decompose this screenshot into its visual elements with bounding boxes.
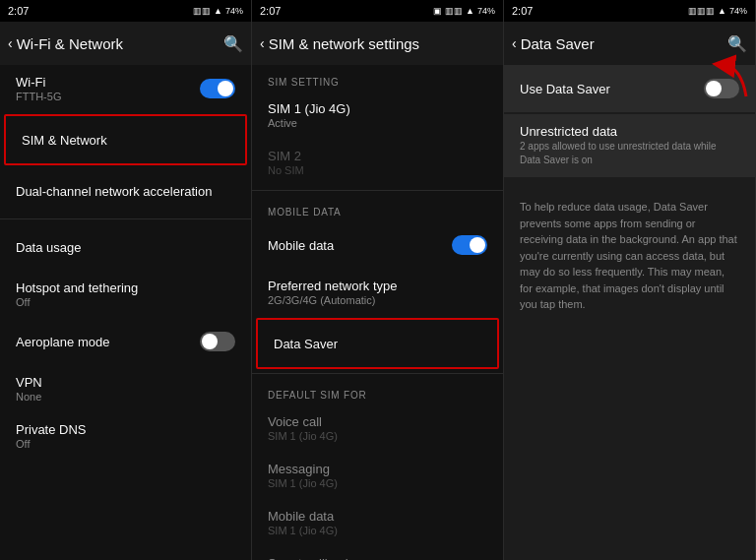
sim-network-highlight: SIM & Network — [4, 114, 247, 165]
back-button-3[interactable]: ‹ — [512, 35, 517, 51]
data-saver-description: To help reduce data usage, Data Saver pr… — [504, 193, 755, 317]
panel-content-3: Use Data Saver Unrestricted data 2 apps … — [504, 65, 755, 560]
status-bar-1: 2:07 ▥▥ ▲ 74% — [0, 0, 251, 22]
private-dns-title: Private DNS — [16, 422, 235, 437]
settings-item-mobile-data[interactable]: Mobile data — [252, 221, 503, 269]
header-title-2: SIM & network settings — [269, 35, 495, 52]
settings-item-aeroplane[interactable]: Aeroplane mode — [0, 318, 251, 365]
dual-channel-title: Dual-channel network acceleration — [16, 184, 235, 199]
settings-item-sim-network[interactable]: SIM & Network — [6, 116, 245, 163]
panel-header-3: ‹ Data Saver 🔍 — [504, 22, 755, 65]
vpn-title: VPN — [16, 375, 235, 390]
aeroplane-title: Aeroplane mode — [16, 335, 200, 349]
voice-call-title: Voice call — [268, 414, 487, 429]
back-button-2[interactable]: ‹ — [260, 35, 265, 51]
data-saver-highlight: Data Saver — [256, 318, 499, 369]
divider-3 — [252, 373, 503, 374]
back-button-1[interactable]: ‹ — [8, 35, 13, 51]
wifi-toggle[interactable] — [200, 79, 235, 98]
settings-item-voice-call[interactable]: Voice call SIM 1 (Jio 4G) — [252, 404, 503, 452]
panel-header-1: ‹ Wi-Fi & Network 🔍 — [0, 22, 251, 65]
mobile-data-sim-sub: SIM 1 (Jio 4G) — [268, 525, 487, 536]
sim2-title: SIM 2 — [268, 149, 487, 163]
wifi-title: Wi-Fi — [16, 75, 200, 90]
unrestricted-data-sub: 2 apps allowed to use unrestricted data … — [520, 140, 739, 167]
preferred-network-sub: 2G/3G/4G (Automatic) — [268, 294, 487, 306]
settings-item-dual-channel[interactable]: Dual-channel network acceleration — [0, 167, 251, 215]
panel-content-2: SIM SETTING SIM 1 (Jio 4G) Active SIM 2 … — [252, 65, 503, 560]
panel-data-saver: 2:07 ▥▥▥ ▲ 74% ‹ Data Saver 🔍 Use Data S… — [504, 0, 756, 560]
settings-item-mobile-data-sim[interactable]: Mobile data SIM 1 (Jio 4G) — [252, 499, 503, 546]
settings-item-messaging[interactable]: Messaging SIM 1 (Jio 4G) — [252, 452, 503, 499]
data-saver-title: Data Saver — [274, 337, 481, 351]
status-icons-3: ▥▥▥ ▲ 74% — [688, 6, 747, 16]
settings-item-use-data-saver[interactable]: Use Data Saver — [504, 65, 755, 112]
search-button-1[interactable]: 🔍 — [223, 34, 243, 53]
settings-item-wifi[interactable]: Wi-Fi FTTH-5G — [0, 65, 251, 112]
preferred-network-title: Preferred network type — [268, 279, 487, 293]
panel-wifi-network: 2:07 ▥▥ ▲ 74% ‹ Wi-Fi & Network 🔍 Wi-Fi … — [0, 0, 252, 560]
status-time-2: 2:07 — [260, 5, 281, 17]
mobile-data-sim-title: Mobile data — [268, 509, 487, 524]
status-bar-3: 2:07 ▥▥▥ ▲ 74% — [504, 0, 755, 22]
divider-2 — [252, 190, 503, 191]
aeroplane-toggle[interactable] — [200, 332, 235, 351]
panel-content-1: Wi-Fi FTTH-5G SIM & Network Dual-channel… — [0, 65, 251, 560]
settings-item-data-usage[interactable]: Data usage — [0, 223, 251, 271]
signal-icon-2: ▥▥ — [445, 6, 463, 16]
settings-item-data-saver[interactable]: Data Saver — [258, 320, 497, 367]
sim-icon-2: ▣ — [433, 6, 442, 16]
search-button-3[interactable]: 🔍 — [727, 34, 747, 53]
battery-percent-2: 74% — [477, 6, 495, 16]
header-title-1: Wi-Fi & Network — [17, 35, 223, 52]
vpn-sub: None — [16, 391, 235, 403]
sim-network-title: SIM & Network — [22, 133, 229, 148]
settings-item-hotspot[interactable]: Hotspot and tethering Off — [0, 271, 251, 318]
signal-icon-3: ▥▥▥ — [688, 6, 715, 16]
sim2-sub: No SIM — [268, 164, 487, 176]
section-label-sim: SIM SETTING — [252, 65, 503, 92]
battery-percent-3: 74% — [729, 6, 747, 16]
wifi-sub: FTTH-5G — [16, 91, 200, 102]
status-time-3: 2:07 — [512, 5, 533, 17]
status-bar-2: 2:07 ▣ ▥▥ ▲ 74% — [252, 0, 503, 22]
divider-1 — [0, 218, 251, 219]
mobile-data-toggle[interactable] — [452, 235, 487, 255]
messaging-sub: SIM 1 (Jio 4G) — [268, 477, 487, 489]
signal-icon-1: ▥▥ — [193, 6, 211, 16]
hotspot-title: Hotspot and tethering — [16, 280, 235, 295]
settings-item-private-dns[interactable]: Private DNS Off — [0, 412, 251, 460]
status-time-1: 2:07 — [8, 5, 29, 17]
panel-header-2: ‹ SIM & network settings — [252, 22, 503, 65]
wifi-status-icon-1: ▲ — [214, 6, 222, 16]
battery-percent-1: 74% — [225, 6, 243, 16]
settings-item-preferred-network[interactable]: Preferred network type 2G/3G/4G (Automat… — [252, 269, 503, 316]
use-data-saver-title: Use Data Saver — [520, 82, 704, 96]
voice-call-sub: SIM 1 (Jio 4G) — [268, 430, 487, 442]
settings-item-vpn[interactable]: VPN None — [0, 365, 251, 412]
panel-sim-network: 2:07 ▣ ▥▥ ▲ 74% ‹ SIM & network settings… — [252, 0, 504, 560]
sim1-sub: Active — [268, 117, 487, 129]
status-icons-1: ▥▥ ▲ 74% — [193, 6, 243, 16]
data-usage-title: Data usage — [16, 240, 235, 255]
header-title-3: Data Saver — [521, 35, 727, 52]
section-label-default-sim: DEFAULT SIM FOR — [252, 378, 503, 404]
private-dns-sub: Off — [16, 438, 235, 450]
unrestricted-data-title: Unrestricted data — [520, 124, 739, 139]
settings-item-sim2[interactable]: SIM 2 No SIM — [252, 139, 503, 186]
sim1-title: SIM 1 (Jio 4G) — [268, 101, 487, 116]
hotspot-sub: Off — [16, 296, 235, 308]
wifi-status-icon-3: ▲ — [718, 6, 726, 16]
mobile-data-title: Mobile data — [268, 238, 452, 253]
settings-item-smart-callback[interactable]: Smart callback Calls will be made using … — [252, 546, 503, 560]
use-data-saver-toggle[interactable] — [704, 79, 739, 98]
messaging-title: Messaging — [268, 462, 487, 476]
settings-item-sim1[interactable]: SIM 1 (Jio 4G) Active — [252, 92, 503, 139]
section-label-mobile: MOBILE DATA — [252, 195, 503, 221]
status-icons-2: ▣ ▥▥ ▲ 74% — [433, 6, 495, 16]
smart-callback-title: Smart callback — [268, 556, 452, 560]
wifi-status-icon-2: ▲ — [466, 6, 474, 16]
settings-item-unrestricted-data[interactable]: Unrestricted data 2 apps allowed to use … — [504, 114, 755, 177]
